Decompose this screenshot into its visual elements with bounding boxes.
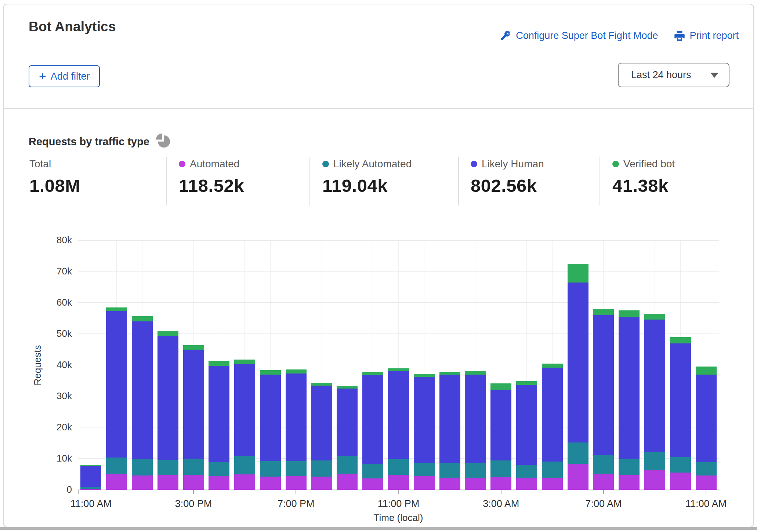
bar-segment-likely-automated[interactable] [80, 487, 101, 489]
bar-segment-automated[interactable] [516, 478, 537, 490]
bar-segment-likely-automated[interactable] [439, 463, 460, 478]
bar-segment-automated[interactable] [568, 464, 588, 490]
bar-segment-likely-human[interactable] [670, 343, 691, 457]
chart-bar[interactable] [439, 240, 460, 490]
bar-segment-verified-bot[interactable] [209, 361, 229, 366]
bar-segment-likely-automated[interactable] [260, 461, 281, 477]
add-filter-button[interactable]: + Add filter [29, 65, 100, 87]
bar-segment-verified-bot[interactable] [670, 337, 691, 343]
bar-segment-automated[interactable] [490, 477, 511, 490]
stat-automated[interactable]: Automated 118.52k [179, 158, 244, 196]
configure-super-bot-fight-mode-link[interactable]: Configure Super Bot Fight Mode [500, 30, 658, 41]
bar-segment-verified-bot[interactable] [311, 383, 332, 386]
chart-bar[interactable] [542, 240, 563, 490]
chart-bar[interactable] [80, 240, 101, 490]
bar-segment-likely-human[interactable] [132, 321, 153, 459]
bar-segment-likely-human[interactable] [311, 386, 332, 460]
bar-segment-automated[interactable] [106, 474, 127, 490]
chart-bar[interactable] [311, 240, 332, 490]
bar-segment-likely-human[interactable] [465, 375, 486, 463]
chart-bar[interactable] [362, 240, 383, 490]
chart-bar[interactable] [619, 240, 640, 490]
bar-segment-likely-automated[interactable] [209, 462, 229, 476]
bar-segment-likely-automated[interactable] [542, 462, 563, 478]
bar-segment-verified-bot[interactable] [183, 345, 204, 350]
chart-bar[interactable] [644, 240, 665, 490]
chart-bar[interactable] [670, 240, 691, 490]
bar-segment-likely-automated[interactable] [311, 460, 332, 477]
bar-segment-likely-human[interactable] [286, 374, 307, 461]
bar-segment-automated[interactable] [157, 475, 178, 490]
bar-segment-automated[interactable] [388, 475, 409, 490]
bar-segment-verified-bot[interactable] [619, 310, 640, 317]
bar-segment-likely-automated[interactable] [157, 460, 178, 475]
bar-segment-likely-human[interactable] [542, 368, 563, 462]
bar-segment-verified-bot[interactable] [388, 368, 409, 371]
chart-bar[interactable] [490, 240, 511, 490]
bar-segment-likely-automated[interactable] [337, 456, 358, 473]
bar-segment-verified-bot[interactable] [465, 371, 486, 375]
bar-segment-likely-human[interactable] [388, 371, 409, 459]
bar-segment-verified-bot[interactable] [568, 264, 588, 283]
bar-segment-automated[interactable] [619, 475, 640, 490]
bar-segment-likely-automated[interactable] [593, 455, 614, 474]
requests-by-traffic-type-chart[interactable] [78, 240, 719, 490]
bar-segment-automated[interactable] [644, 470, 665, 490]
bar-segment-automated[interactable] [132, 475, 153, 490]
bar-segment-verified-bot[interactable] [157, 331, 178, 336]
bar-segment-verified-bot[interactable] [234, 360, 255, 365]
bar-segment-verified-bot[interactable] [260, 370, 281, 374]
bar-segment-likely-human[interactable] [490, 390, 511, 460]
bar-segment-likely-human[interactable] [516, 385, 537, 465]
bar-segment-likely-automated[interactable] [568, 442, 588, 464]
chart-bar[interactable] [568, 240, 588, 490]
chart-bar[interactable] [209, 240, 229, 490]
bar-segment-automated[interactable] [439, 478, 460, 490]
bar-segment-likely-automated[interactable] [670, 457, 691, 473]
stat-total[interactable]: Total 1.08M [29, 158, 80, 196]
stat-verified-bot[interactable]: Verified bot 41.38k [612, 158, 675, 196]
bar-segment-automated[interactable] [260, 477, 281, 490]
chart-bar[interactable] [234, 240, 255, 490]
bar-segment-likely-automated[interactable] [106, 458, 127, 473]
bar-segment-likely-human[interactable] [593, 315, 614, 455]
bar-segment-verified-bot[interactable] [362, 372, 383, 375]
bar-segment-verified-bot[interactable] [696, 367, 717, 374]
bar-segment-automated[interactable] [337, 474, 358, 490]
bar-segment-verified-bot[interactable] [490, 383, 511, 390]
bar-segment-likely-human[interactable] [619, 317, 640, 459]
chart-bar[interactable] [337, 240, 358, 490]
bar-segment-automated[interactable] [286, 476, 307, 490]
bar-segment-likely-human[interactable] [106, 311, 127, 458]
chart-bar[interactable] [132, 240, 153, 490]
bar-segment-likely-automated[interactable] [183, 459, 204, 475]
bar-segment-verified-bot[interactable] [439, 372, 460, 375]
bar-segment-likely-automated[interactable] [362, 464, 383, 478]
bar-segment-likely-human[interactable] [362, 375, 383, 464]
chart-bar[interactable] [286, 240, 307, 490]
chart-bar[interactable] [465, 240, 486, 490]
chart-bar[interactable] [183, 240, 204, 490]
bar-segment-automated[interactable] [593, 474, 614, 490]
bar-segment-automated[interactable] [542, 478, 563, 490]
bar-segment-automated[interactable] [80, 489, 101, 490]
bar-segment-automated[interactable] [183, 475, 204, 490]
stat-likely-automated[interactable]: Likely Automated 119.04k [322, 158, 412, 196]
bar-segment-verified-bot[interactable] [414, 374, 435, 377]
bar-segment-likely-automated[interactable] [132, 459, 153, 475]
bar-segment-automated[interactable] [670, 473, 691, 490]
bar-segment-likely-automated[interactable] [414, 463, 435, 476]
bar-segment-likely-human[interactable] [439, 375, 460, 463]
bar-segment-likely-automated[interactable] [465, 463, 486, 478]
bar-segment-likely-human[interactable] [644, 320, 665, 452]
chart-bar[interactable] [414, 240, 435, 490]
bar-segment-likely-human[interactable] [209, 366, 229, 462]
bar-segment-automated[interactable] [311, 477, 332, 490]
print-report-link[interactable]: Print report [674, 30, 739, 41]
bar-segment-likely-human[interactable] [696, 375, 717, 463]
time-range-select[interactable]: Last 24 hours [618, 63, 729, 87]
bar-segment-likely-automated[interactable] [516, 465, 537, 478]
bar-segment-likely-automated[interactable] [490, 460, 511, 477]
bar-segment-likely-automated[interactable] [696, 462, 717, 475]
bar-segment-likely-human[interactable] [183, 350, 204, 459]
